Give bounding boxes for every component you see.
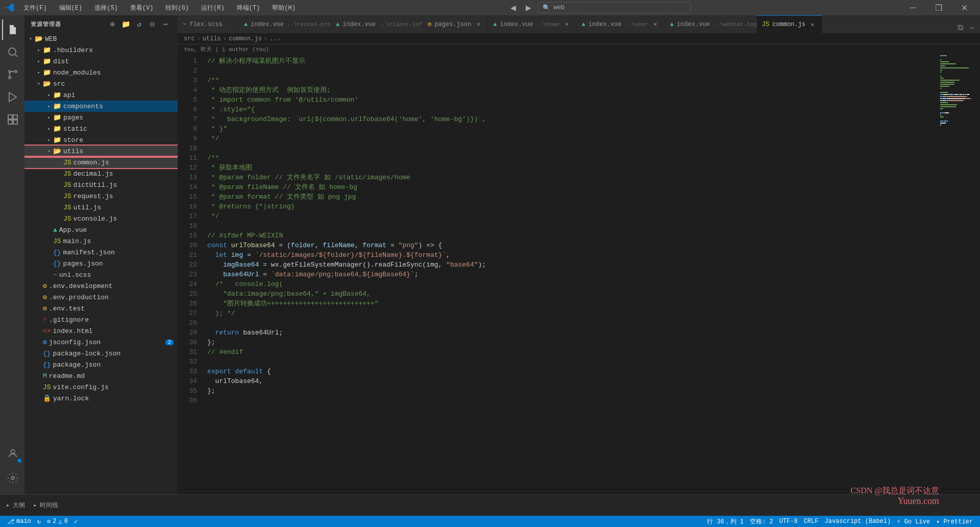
nav-forward-button[interactable]: ▶	[523, 2, 534, 13]
tree-item-env-test[interactable]: ⚙ .env.test	[24, 303, 178, 314]
tree-item-hbuilderx[interactable]: ▸ 📁 .hbuilderx	[24, 44, 178, 56]
refresh-icon[interactable]: ↺	[134, 19, 145, 30]
tree-item-util-js[interactable]: JS util.js	[24, 202, 178, 213]
new-folder-icon[interactable]: 📁	[120, 19, 132, 30]
tree-item-pages[interactable]: ▸ 📁 pages	[24, 112, 178, 123]
nav-back-button[interactable]: ◀	[507, 2, 519, 13]
tree-item-common-js[interactable]: JS common.js	[24, 157, 178, 168]
tree-item-index-html[interactable]: <> index.html	[24, 325, 178, 337]
tab-close-home[interactable]: ✕	[562, 20, 571, 29]
more-options-icon[interactable]: ⋯	[160, 19, 172, 30]
status-line-ending[interactable]: CRLF	[801, 516, 822, 527]
tree-item-store[interactable]: ▸ 📁 store	[24, 134, 178, 146]
src-folder-icon: 📂	[43, 80, 51, 88]
source-control-activity-icon[interactable]	[2, 64, 22, 85]
tab-pages-json[interactable]: ⚙ pages.json ✕	[423, 15, 488, 33]
status-live[interactable]: ⚡ Go Live	[894, 516, 933, 527]
tree-item-package-lock-json[interactable]: {} package-lock.json	[24, 348, 178, 359]
tab-close-pages-json[interactable]: ✕	[474, 20, 482, 29]
explorer-activity-icon[interactable]	[2, 19, 22, 40]
tab-close-common-js[interactable]: ✕	[808, 20, 817, 29]
tree-item-decimal-js[interactable]: JS decimal.js	[24, 168, 178, 179]
tree-item-yarn-lock[interactable]: 🔒 yarn.lock	[24, 393, 178, 404]
tab-index-vue-rental[interactable]: ▲ index.vue ..\rental-product-info ✕	[239, 15, 331, 33]
minimize-button[interactable]: ─	[901, 0, 925, 15]
tab-index-vue-wechat[interactable]: ▲ index.vue ..\weChat-login ✕	[665, 15, 757, 33]
menu-help[interactable]: 帮助(H)	[270, 3, 298, 13]
tree-item-node-modules[interactable]: ▸ 📁 node_modules	[24, 67, 178, 78]
menu-run[interactable]: 运行(R)	[199, 3, 227, 13]
spaces-label: 空格: 2	[750, 517, 773, 526]
code-line: // 解决小程序端某机图片不显示	[207, 56, 939, 66]
search-bar[interactable]: 🔍 web	[538, 2, 691, 13]
editor-more-icon[interactable]: ⋯	[967, 22, 978, 33]
status-spaces[interactable]: 空格: 2	[747, 516, 776, 527]
collapse-icon[interactable]: ⊟	[147, 19, 158, 30]
debug-activity-icon[interactable]	[2, 87, 22, 107]
tree-item-env-prod[interactable]: ⚙ .env.production	[24, 292, 178, 303]
breadcrumb-common-js[interactable]: common.js	[229, 35, 262, 42]
status-prettier[interactable]: ✦ Prettier	[933, 516, 976, 527]
tree-item-dist[interactable]: ▸ 📁 dist	[24, 56, 178, 67]
status-errors[interactable]: ⊘ 2 △ 0	[44, 516, 71, 527]
code-content[interactable]: // 解决小程序端某机图片不显示 /** * 动态指定的使用方式 例如首页使用;…	[203, 54, 939, 494]
tree-item-components[interactable]: ▸ 📁 components	[24, 101, 178, 112]
tree-item-src[interactable]: ▾ 📂 src	[24, 78, 178, 89]
account-activity-icon[interactable]	[2, 443, 22, 464]
tree-item-env-dev[interactable]: ⚙ .env.development	[24, 280, 178, 292]
tab-index-vue-client[interactable]: ▲ index.vue ..\client-info ✕	[331, 15, 423, 33]
status-line-col[interactable]: 行 36，列 1	[704, 516, 747, 527]
tree-item-package-json[interactable]: {} package.json	[24, 359, 178, 370]
close-button[interactable]: ✕	[952, 0, 976, 15]
package-json-icon: {}	[43, 361, 51, 369]
editor-split-icon[interactable]: ⧉	[954, 22, 966, 33]
tree-item-manifest-json[interactable]: {} manifest.json	[24, 247, 178, 258]
tree-root[interactable]: ▾ 📂 WEB	[24, 33, 178, 44]
timeline-section[interactable]: ▸ 时间线	[33, 501, 58, 510]
tree-item-request-js[interactable]: JS request.js	[24, 190, 178, 202]
outline-section[interactable]: ▸ 大纲	[6, 501, 25, 510]
tab-index-vue-user[interactable]: ▲ index.vue ..\user ✕	[576, 15, 665, 33]
breadcrumb-ellipsis[interactable]: ...	[270, 35, 281, 42]
status-encoding[interactable]: UTF-8	[776, 516, 801, 527]
tab-index-vue-home[interactable]: ▲ index.vue ..\home ✕	[488, 15, 576, 33]
breadcrumb-utils[interactable]: utils	[203, 35, 221, 42]
menu-terminal[interactable]: 终端(T)	[235, 3, 262, 13]
tree-item-gitignore[interactable]: ⑂ .gitignore	[24, 314, 178, 325]
tab-common-js[interactable]: JS common.js ✕	[757, 15, 822, 33]
status-remote[interactable]: ✓	[71, 516, 81, 527]
settings-activity-icon[interactable]	[2, 468, 22, 488]
tree-item-vite-config-js[interactable]: JS vite.config.js	[24, 381, 178, 393]
new-file-icon[interactable]: ⊕	[107, 19, 118, 30]
activity-bar	[0, 15, 24, 494]
menu-goto[interactable]: 转到(G)	[163, 3, 191, 13]
tree-item-dictutil-js[interactable]: JS dictUtil.js	[24, 179, 178, 190]
tab-flex-scss[interactable]: ~ flex.scss	[178, 15, 239, 33]
breadcrumb-src[interactable]: src	[184, 35, 195, 42]
code-line: * @returns {*|string}	[207, 202, 939, 211]
status-branch[interactable]: ⎇ main	[4, 516, 34, 527]
tree-item-vconsole-js[interactable]: JS vconsole.js	[24, 213, 178, 224]
extensions-activity-icon[interactable]	[2, 109, 22, 130]
tree-item-api[interactable]: ▸ 📁 api	[24, 89, 178, 101]
tree-item-pages-json[interactable]: {} pages.json	[24, 258, 178, 269]
tree-item-main-js[interactable]: JS main.js	[24, 235, 178, 247]
tree-item-readme-md[interactable]: M readme.md	[24, 370, 178, 381]
menu-file[interactable]: 文件(F)	[21, 3, 49, 13]
tree-item-jsconfig-json[interactable]: ⚙ jsconfig.json 2	[24, 337, 178, 348]
tree-item-utils[interactable]: ▾ 📂 utils	[24, 146, 178, 157]
tree-item-static[interactable]: ▸ 📁 static	[24, 123, 178, 134]
tab-close-user[interactable]: ✕	[651, 20, 659, 29]
status-sync[interactable]: ↻	[34, 516, 44, 527]
bottom-panel: ▸ 大纲 ▸ 时间线	[0, 494, 980, 516]
menu-view[interactable]: 查看(V)	[128, 3, 156, 13]
menu-edit[interactable]: 编辑(E)	[57, 3, 85, 13]
index-vue-home-tab-icon: ▲	[493, 21, 497, 28]
tree-item-uni-scss[interactable]: ~ uni.scss	[24, 269, 178, 280]
minimap[interactable]	[939, 54, 980, 494]
status-language[interactable]: Javascript (Babel)	[821, 516, 894, 527]
menu-select[interactable]: 选择(S)	[92, 3, 120, 13]
restore-button[interactable]: ❐	[927, 0, 950, 15]
tree-item-app-vue[interactable]: ▲ App.vue	[24, 224, 178, 235]
search-activity-icon[interactable]	[2, 42, 22, 62]
